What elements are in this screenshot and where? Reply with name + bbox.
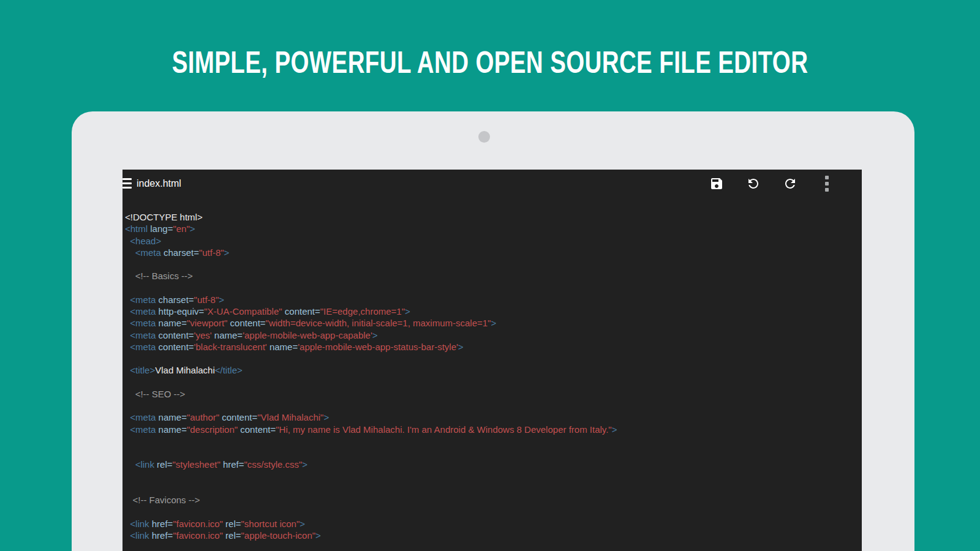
code-line: <link href="favicon.ico" rel="apple-touc… [125,530,862,541]
editor-toolbar: index.html [123,170,862,197]
code-line: <head> [125,235,862,247]
code-editor-text[interactable]: <!DOCTYPE html><html lang="en"> <head> <… [125,211,862,551]
code-line: <link href="favicon.ico" rel="shortcut i… [125,518,862,530]
code-line [125,377,862,388]
menu-icon[interactable] [123,178,132,189]
overflow-menu-icon [825,176,829,192]
code-line [125,353,862,364]
save-button[interactable] [709,176,724,191]
code-line [125,482,862,494]
code-line: <title>Vlad Mihalachi</title> [125,364,862,376]
code-line: <meta http-equiv="X-UA-Compatible" conte… [125,305,862,317]
code-line: <meta name="description" content="Hi, my… [125,424,862,435]
page-title: SIMPLE, POWERFUL AND OPEN SOURCE FILE ED… [113,45,867,80]
code-line [125,258,862,270]
promo-screenshot: { "page": { "headline": "SIMPLE, POWERFU… [0,0,980,551]
code-line [125,471,862,482]
redo-icon [783,176,797,191]
code-line [125,435,862,447]
code-line: <link rel="stylesheet" href="css/style.c… [125,459,862,470]
code-line: <meta content='black-translucent' name='… [125,341,862,353]
code-line: <meta content='yes' name='apple-mobile-w… [125,329,862,341]
overflow-menu-button[interactable] [820,176,834,191]
undo-icon [746,176,761,191]
undo-button[interactable] [746,176,761,191]
tablet-camera-dot [478,131,490,143]
code-line: <!DOCTYPE html> [125,211,862,223]
text-editor-app: index.html <!DOCTYPE html><html lang="en… [123,170,862,551]
code-line: <meta charset="utf-8"> [125,247,862,258]
code-line: <meta name="viewport" content="width=dev… [125,317,862,329]
code-line: <meta name="author" content="Vlad Mihala… [125,411,862,423]
code-line: <!-- Basics --> [125,270,862,282]
code-line: <meta charset="utf-8"> [125,294,862,305]
code-line: <html lang="en"> [125,223,862,234]
code-line [125,282,862,294]
save-icon [709,176,724,191]
code-line [125,400,862,411]
code-line [125,506,862,517]
code-line: <!-- Favicons --> [125,494,862,506]
open-file-name: index.html [137,178,181,189]
redo-button[interactable] [783,176,797,191]
code-line: <!-- SEO --> [125,388,862,400]
code-line [125,447,862,459]
